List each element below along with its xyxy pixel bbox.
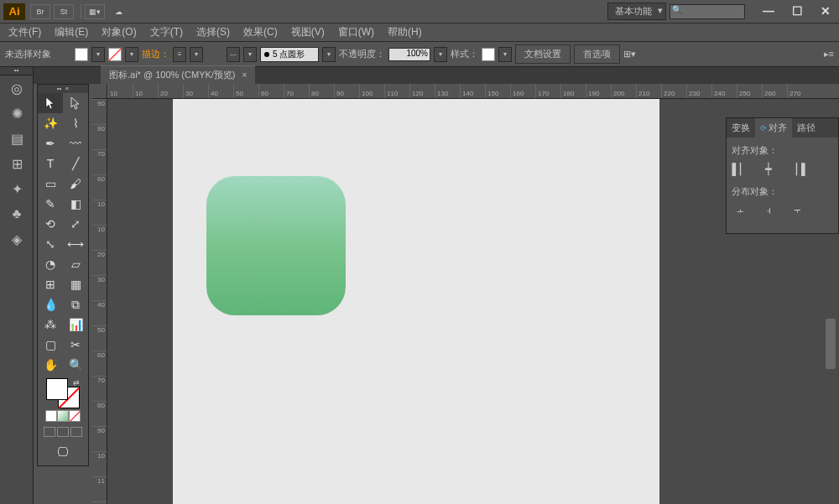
var-width-dd[interactable]: — xyxy=(227,47,240,62)
menu-effect[interactable]: 效果(C) xyxy=(237,23,284,42)
tab-pathfinder[interactable]: 路径 xyxy=(792,118,821,138)
cc-libraries-icon[interactable]: ◎ xyxy=(0,75,34,101)
dock-handle[interactable]: •• xyxy=(0,67,33,75)
menu-object[interactable]: 对象(O) xyxy=(95,23,143,42)
ruler-vertical[interactable]: 9080706010102030405060708090101112131415… xyxy=(92,99,107,504)
menu-file[interactable]: 文件(F) xyxy=(2,23,48,42)
rectangle-tool[interactable]: ▭ xyxy=(38,174,63,194)
stock-icon[interactable]: St xyxy=(54,4,74,19)
opacity-input[interactable]: 100% xyxy=(388,48,430,61)
rounded-rect-shape[interactable] xyxy=(206,176,346,315)
menu-window[interactable]: 窗口(W) xyxy=(331,23,381,42)
brush-definition[interactable]: 5 点圆形 xyxy=(260,47,319,62)
tab-close-icon[interactable]: × xyxy=(242,70,248,80)
control-menu-icon[interactable]: ▸≡ xyxy=(824,49,834,60)
pencil-tool[interactable]: ✎ xyxy=(38,194,63,214)
draw-behind-icon[interactable] xyxy=(57,427,69,437)
selection-tool[interactable] xyxy=(38,93,63,113)
ruler-horizontal[interactable]: 1010203040506070809010011012013014015016… xyxy=(107,84,839,99)
stroke-weight-arrow[interactable]: ▾ xyxy=(190,47,203,62)
symbols-icon[interactable]: ✦ xyxy=(0,176,34,201)
fill-swatch[interactable] xyxy=(75,48,88,61)
menu-select[interactable]: 选择(S) xyxy=(190,23,237,42)
preferences-button[interactable]: 首选项 xyxy=(574,44,620,64)
scale-tool[interactable]: ⤡ xyxy=(38,234,63,254)
maximize-button[interactable]: ☐ xyxy=(787,6,807,18)
mesh-tool[interactable]: ⊞ xyxy=(38,274,63,294)
gradient-tool[interactable]: ▦ xyxy=(63,274,88,294)
perspective-tool[interactable]: ▱ xyxy=(63,254,88,274)
graph-tool[interactable]: 📊 xyxy=(63,314,88,335)
slice-tool[interactable]: ✂ xyxy=(63,335,88,355)
draw-inside-icon[interactable] xyxy=(70,427,82,437)
distribute-top-icon[interactable]: ⫠ xyxy=(732,203,748,216)
document-setup-button[interactable]: 文档设置 xyxy=(515,44,571,64)
zoom-tool[interactable]: 🔍 xyxy=(63,355,88,375)
layers-icon[interactable]: ◈ xyxy=(0,226,34,252)
brushes-icon[interactable]: ⊞ xyxy=(0,151,34,176)
var-width-arrow[interactable]: ▾ xyxy=(243,47,257,62)
align-center-h-icon[interactable]: ┿ xyxy=(760,162,777,175)
menu-help[interactable]: 帮助(H) xyxy=(381,23,429,42)
document-tab[interactable]: 图标.ai* @ 100% (CMYK/预览) × xyxy=(101,65,255,84)
ruler-corner[interactable] xyxy=(92,84,107,99)
direct-selection-tool[interactable] xyxy=(63,93,88,113)
blend-tool[interactable]: ⧉ xyxy=(63,294,88,314)
opacity-dd[interactable]: ▾ xyxy=(434,47,447,62)
reflect-tool[interactable]: ⤢ xyxy=(63,214,88,234)
symbol-sprayer-tool[interactable]: ⁂ xyxy=(38,314,63,335)
eraser-tool[interactable]: ◧ xyxy=(63,194,88,214)
paintbrush-tool[interactable]: 🖌 xyxy=(63,174,88,194)
arrange-icon[interactable]: ▦▾ xyxy=(85,4,105,19)
eyedropper-tool[interactable]: 💧 xyxy=(38,294,63,314)
swap-fill-stroke-icon[interactable]: ⇄ xyxy=(73,378,80,387)
pen-tool[interactable]: ✒ xyxy=(38,133,63,153)
style-swatch[interactable] xyxy=(482,48,495,61)
align-right-icon[interactable]: ▕▐ xyxy=(789,162,805,175)
hand-tool[interactable]: ✋ xyxy=(38,355,63,375)
workspace-dropdown[interactable]: 基本功能 xyxy=(607,3,666,20)
curvature-tool[interactable]: 〰 xyxy=(63,133,88,153)
lasso-tool[interactable]: ⌇ xyxy=(63,113,88,133)
screen-mode-button[interactable]: 🖵 xyxy=(41,442,85,462)
artboard-tool[interactable]: ▢ xyxy=(38,335,63,355)
distribute-center-v-icon[interactable]: ⫞ xyxy=(760,203,777,216)
stroke-weight-dd[interactable]: ≡ xyxy=(173,47,186,62)
stroke-icon[interactable]: ♣ xyxy=(0,201,34,226)
tab-align[interactable]: ⟳对齐 xyxy=(755,118,792,138)
color-icon[interactable]: ✺ xyxy=(0,101,34,126)
menu-view[interactable]: 视图(V) xyxy=(284,23,331,42)
align-left-icon[interactable]: ▌▏ xyxy=(732,162,748,175)
tab-transform[interactable]: 变换 xyxy=(727,118,755,138)
cloud-icon[interactable]: ☁ xyxy=(108,4,128,19)
magic-wand-tool[interactable]: ✨ xyxy=(38,113,63,133)
vertical-scrollbar[interactable] xyxy=(826,319,836,369)
minimize-button[interactable]: — xyxy=(758,6,779,18)
close-button[interactable]: ✕ xyxy=(816,6,836,18)
type-tool[interactable]: T xyxy=(38,153,63,174)
rotate-tool[interactable]: ⟲ xyxy=(38,214,63,234)
line-tool[interactable]: ╱ xyxy=(63,153,88,174)
draw-normal-icon[interactable] xyxy=(44,427,55,437)
menu-type[interactable]: 文字(T) xyxy=(143,23,190,42)
stroke-swatch[interactable] xyxy=(108,48,122,61)
tab-align-label: 对齐 xyxy=(769,122,787,132)
fill-stroke-selector[interactable]: ⇄ xyxy=(46,378,80,408)
fill-dropdown[interactable]: ▾ xyxy=(91,47,105,62)
distribute-bottom-icon[interactable]: ⫟ xyxy=(789,203,805,216)
color-mode-none[interactable] xyxy=(69,410,81,422)
search-input[interactable] xyxy=(670,4,745,19)
color-mode-solid[interactable] xyxy=(45,410,57,422)
bridge-icon[interactable]: Br xyxy=(30,4,50,19)
align-to-icon[interactable]: ⊞▾ xyxy=(623,49,636,60)
width-tool[interactable]: ⟷ xyxy=(63,234,88,254)
shape-builder-tool[interactable]: ◔ xyxy=(38,254,63,274)
fill-color[interactable] xyxy=(46,378,68,400)
stroke-dropdown[interactable]: ▾ xyxy=(125,47,138,62)
brush-dd[interactable]: ▾ xyxy=(322,47,336,62)
style-dd[interactable]: ▾ xyxy=(498,47,512,62)
tools-handle[interactable]: •• « xyxy=(38,85,88,93)
swatches-icon[interactable]: ▤ xyxy=(0,126,34,151)
color-mode-gradient[interactable] xyxy=(57,410,69,422)
menu-edit[interactable]: 编辑(E) xyxy=(48,23,95,42)
